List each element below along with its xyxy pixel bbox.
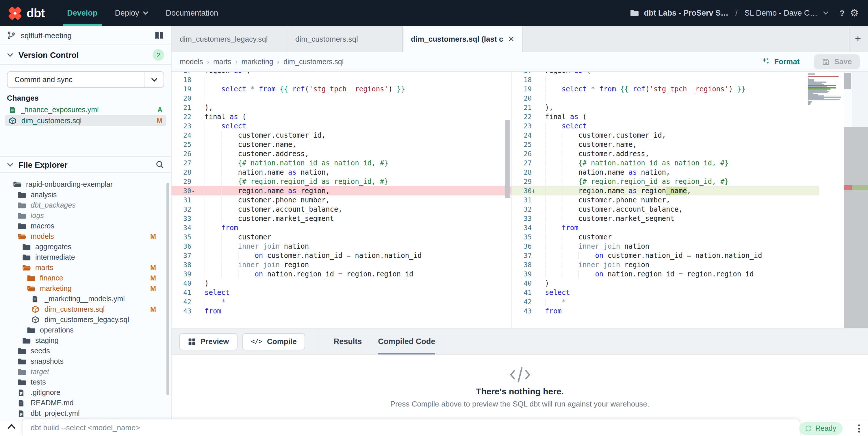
file-tree: rapid-onboarding-exemplaranalysisdbt_pac… <box>0 173 171 420</box>
version-control-header[interactable]: Version Control 2 <box>0 45 171 65</box>
chevron-down-icon <box>7 162 13 167</box>
tree-item-marketing[interactable]: marketingM <box>0 283 171 294</box>
navbar-right: dbt Labs - ProServ S… / SL Demo - Dave C… <box>630 8 868 18</box>
gear-icon[interactable]: ⚙ <box>850 8 859 18</box>
search-icon[interactable] <box>155 160 164 169</box>
tree-item-_marketing__models.yml[interactable]: _marketing__models.yml <box>0 294 171 304</box>
status-badge: M <box>150 232 156 240</box>
code-icon <box>509 367 530 383</box>
changed-file-dim-customers[interactable]: dim_customers.sql M <box>5 115 166 126</box>
commit-and-sync-button[interactable]: Commit and sync <box>7 71 164 88</box>
diff-pane-modified[interactable]: 17region as (18 19 select * from {{ ref(… <box>512 72 868 328</box>
tree-item-dbt_packages[interactable]: dbt_packages <box>0 200 171 210</box>
breadcrumb-marts[interactable]: marts <box>213 58 231 66</box>
save-floppy-icon <box>822 58 830 66</box>
tree-item-finance[interactable]: financeM <box>0 273 171 283</box>
tree-item-models[interactable]: modelsM <box>0 231 171 242</box>
status-badge-modified: M <box>157 117 162 125</box>
left-pane-scrollbar[interactable] <box>505 120 510 198</box>
command-input[interactable] <box>23 419 800 436</box>
logo-text: dbt <box>27 6 44 20</box>
tree-item-README.md[interactable]: README.md <box>0 398 171 408</box>
tree-scrollbar[interactable] <box>166 183 169 395</box>
status-circle-icon <box>806 426 811 431</box>
compile-button[interactable]: </> Compile <box>242 333 305 350</box>
folder-icon <box>22 337 31 345</box>
tree-item-rapid-onboarding-exemplar[interactable]: rapid-onboarding-exemplar <box>0 179 171 190</box>
empty-state-subtitle: Press Compile above to preview the SQL d… <box>391 400 650 408</box>
tree-item-dim_customers.sql[interactable]: dim_customers.sqlM <box>0 304 171 315</box>
breadcrumb-chevron: › <box>277 58 279 65</box>
doc-icon <box>31 295 40 303</box>
dbt-ide-window: dbt Develop Deploy Documentation dbt Lab… <box>0 0 868 436</box>
tree-item-aggregates[interactable]: aggregates <box>0 242 171 252</box>
tree-item-staging[interactable]: staging <box>0 336 171 346</box>
chevron-down-icon <box>151 77 157 82</box>
kebab-menu-icon[interactable] <box>857 423 861 434</box>
overview-ruler[interactable] <box>852 72 868 328</box>
top-navbar: dbt Develop Deploy Documentation dbt Lab… <box>0 0 868 26</box>
dbt-logo[interactable]: dbt <box>0 5 44 21</box>
preview-button[interactable]: Preview <box>179 333 238 350</box>
folder-open-icon <box>17 232 26 240</box>
menu-deploy[interactable]: Deploy <box>106 0 157 26</box>
diff-added-marker <box>852 185 868 190</box>
bottom-panel: Preview </> Compile Results Compiled Cod… <box>172 328 868 420</box>
git-branch-row[interactable]: sqlfluff-meeting <box>0 26 171 45</box>
ready-status-pill[interactable]: Ready <box>799 422 843 435</box>
tab-dim-customers[interactable]: dim_customers.sql <box>287 26 403 52</box>
tree-item-.gitignore[interactable]: .gitignore <box>0 387 171 398</box>
new-tab-plus-icon[interactable]: + <box>849 26 866 52</box>
doc-icon <box>17 409 26 417</box>
tree-item-logs[interactable]: logs <box>0 210 171 221</box>
tab-results[interactable]: Results <box>334 328 362 354</box>
folder-icon <box>17 378 26 386</box>
tree-item-dbt_project.yml[interactable]: dbt_project.yml <box>0 408 171 419</box>
folder-icon <box>27 326 35 334</box>
chevron-down-icon[interactable] <box>823 11 829 15</box>
tab-compiled-code[interactable]: Compiled Code <box>378 328 435 354</box>
file-explorer-header[interactable]: File Explorer <box>0 156 171 173</box>
editor-scrollbar[interactable] <box>844 72 852 328</box>
tree-item-analysis[interactable]: analysis <box>0 190 171 200</box>
diff-pane-original[interactable]: 17region as (18 19 select * from {{ ref(… <box>172 72 512 328</box>
ready-label: Ready <box>815 425 836 433</box>
format-button[interactable]: Format <box>758 57 803 66</box>
folder-icon <box>17 191 26 199</box>
chevron-up-icon[interactable] <box>7 423 16 430</box>
account-name[interactable]: dbt Labs - ProServ S… <box>644 9 728 17</box>
tree-item-snapshots[interactable]: snapshots <box>0 356 171 367</box>
diff-removed-marker <box>844 185 852 190</box>
changed-file-finance-exposures[interactable]: _finance_exposures.yml A <box>5 104 166 115</box>
tree-item-operations[interactable]: operations <box>0 325 171 336</box>
commit-options-caret[interactable] <box>144 72 163 87</box>
git-branch-icon <box>7 31 16 40</box>
save-button[interactable]: Save <box>813 54 860 69</box>
menu-documentation[interactable]: Documentation <box>157 0 227 26</box>
tree-item-macros[interactable]: macros <box>0 221 171 231</box>
folder-icon <box>22 253 31 261</box>
code-icon: </> <box>251 338 262 345</box>
tab-dim-customers-last-commit[interactable]: dim_customers.sql (last co… ✕ <box>403 26 523 52</box>
menu-develop[interactable]: Develop <box>58 0 106 26</box>
help-icon[interactable]: ? <box>839 8 845 18</box>
folder-open-icon <box>22 264 31 272</box>
tree-item-tests[interactable]: tests <box>0 377 171 387</box>
empty-state-title: There's nothing here. <box>476 386 564 396</box>
project-selector[interactable]: SL Demo - Dave C… <box>745 9 818 17</box>
tree-item-marts[interactable]: martsM <box>0 263 171 273</box>
tab-dim-customers-legacy[interactable]: dim_customers_legacy.sql <box>172 26 287 52</box>
breadcrumb-file[interactable]: dim_customers.sql <box>283 58 344 66</box>
tree-item-dim_customers_legacy.sql[interactable]: dim_customers_legacy.sql <box>0 315 171 325</box>
docs-book-icon[interactable] <box>154 31 164 39</box>
tree-item-intermediate[interactable]: intermediate <box>0 252 171 263</box>
folder-icon <box>17 222 26 230</box>
breadcrumb-marketing[interactable]: marketing <box>242 58 273 66</box>
breadcrumb-chevron: › <box>235 58 237 65</box>
close-icon[interactable]: ✕ <box>508 35 514 43</box>
status-badge: M <box>150 274 156 282</box>
minimap[interactable] <box>808 74 843 105</box>
breadcrumb-models[interactable]: models <box>180 58 203 66</box>
tree-item-seeds[interactable]: seeds <box>0 346 171 356</box>
tree-item-target[interactable]: target <box>0 367 171 377</box>
